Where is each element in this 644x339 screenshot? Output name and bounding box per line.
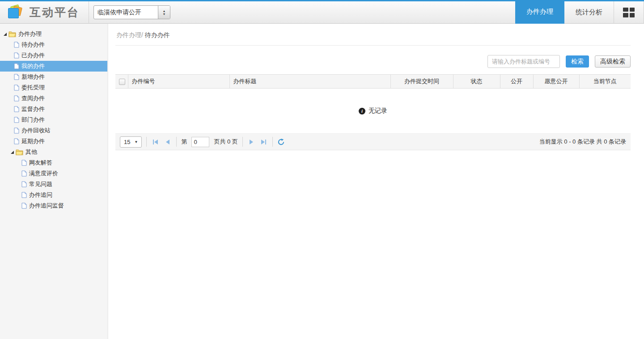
header-divider (614, 1, 614, 24)
tree-item-label: 延期办件 (21, 137, 45, 145)
app-header: 互动平台 临淄依申请公开 ▲ ▼ 办件办理 统计分析 (0, 0, 644, 24)
tree-item[interactable]: 新增办件 (0, 72, 107, 82)
column-header[interactable]: 办件标题 (229, 75, 390, 89)
cases-table: 办件编号办件标题办件提交时间状态公开愿意公开当前节点 (115, 74, 631, 89)
document-icon (14, 117, 19, 123)
page-label-suffix: 页共 0 页 (214, 138, 237, 146)
main-content: 办件办理/ 待办办件 检索 高级检索 办件编号办件标题办件提交时间状态公开愿意公… (108, 24, 644, 339)
logo-blue-square (8, 8, 19, 18)
page-size-value: 15 (124, 139, 130, 145)
document-icon (14, 138, 19, 144)
document-icon (14, 127, 19, 134)
tree-item-label: 办件回收站 (21, 127, 51, 135)
breadcrumb: 办件办理/ 待办办件 (115, 24, 631, 46)
tree-item[interactable]: 待办办件 (0, 39, 107, 50)
pager-divider (176, 137, 177, 147)
document-icon (14, 63, 19, 69)
document-icon (14, 52, 19, 59)
pager-divider (146, 137, 147, 147)
last-page-button[interactable] (260, 138, 268, 146)
breadcrumb-parent[interactable]: 办件办理/ (116, 31, 143, 38)
folder-open-icon (16, 149, 23, 155)
page-size-select[interactable]: 15 ▼ (120, 136, 142, 148)
document-icon (14, 74, 19, 80)
tree-item[interactable]: 委托受理 (0, 82, 107, 93)
document-icon (21, 170, 27, 177)
first-page-button[interactable] (151, 138, 159, 146)
refresh-icon[interactable] (277, 138, 285, 146)
spinner-down-icon: ▼ (163, 13, 166, 16)
column-header[interactable]: 办件编号 (128, 75, 229, 89)
org-select[interactable]: 临淄依申请公开 ▲ ▼ (93, 5, 170, 19)
expander-triangle-icon[interactable] (4, 33, 7, 36)
tree-item-label: 我的办件 (21, 62, 45, 70)
document-icon (14, 42, 19, 48)
tree-item[interactable]: 已办办件 (0, 50, 107, 61)
tree-item-label: 办件追问 (29, 191, 52, 199)
table-header-row: 办件编号办件标题办件提交时间状态公开愿意公开当前节点 (115, 75, 631, 89)
tree-item[interactable]: 常见问题 (0, 179, 107, 190)
tree-folder[interactable]: 其他 (0, 147, 107, 157)
tree-folder-label: 办件办理 (18, 30, 42, 38)
header-divider (89, 1, 89, 24)
search-button[interactable]: 检索 (566, 55, 589, 68)
expander-triangle-icon[interactable] (11, 151, 14, 154)
tree-item[interactable]: 延期办件 (0, 136, 107, 147)
sidebar-tree: 办件办理待办办件已办办件我的办件新增办件委托受理查阅办件监督办件部门办件办件回收… (0, 24, 108, 339)
breadcrumb-current: 待办办件 (145, 31, 170, 38)
next-page-button[interactable] (247, 138, 255, 146)
records-summary: 当前显示 0 - 0 条记录 共 0 条记录 (539, 138, 626, 146)
spinner-up-icon: ▲ (163, 9, 166, 13)
column-header[interactable]: 愿意公开 (533, 75, 579, 89)
document-icon (14, 106, 19, 112)
tree-item[interactable]: 网友解答 (0, 157, 107, 168)
empty-state: i 无记录 (115, 89, 631, 133)
app-title: 互动平台 (30, 5, 80, 20)
document-icon (21, 160, 27, 166)
tree-folder[interactable]: 办件办理 (0, 29, 107, 39)
combo-spinner-icon[interactable]: ▲ ▼ (158, 6, 170, 19)
tree-item-label: 待办办件 (21, 41, 45, 49)
tree-item[interactable]: 监督办件 (0, 104, 107, 114)
tree-item[interactable]: 办件追问监督 (0, 200, 107, 211)
page-number-input[interactable] (191, 137, 209, 147)
tree-item-label: 部门办件 (21, 116, 45, 124)
tree-item-label: 查阅办件 (21, 94, 45, 102)
tree-item-label: 网友解答 (29, 159, 52, 167)
tree-item-label: 办件追问监督 (29, 202, 64, 210)
org-select-value[interactable]: 临淄依申请公开 (94, 6, 158, 19)
column-header[interactable]: 状态 (453, 75, 500, 89)
select-all-checkbox[interactable] (119, 79, 125, 85)
search-input[interactable] (487, 55, 560, 68)
tab-case-handling[interactable]: 办件办理 (515, 0, 564, 24)
page-label-prefix: 第 (181, 138, 187, 146)
tree-item[interactable]: 办件追问 (0, 190, 107, 200)
tab-statistics[interactable]: 统计分析 (564, 1, 614, 24)
tree-item-label: 新增办件 (21, 73, 45, 81)
info-icon: i (359, 108, 365, 114)
header-right: 办件办理 统计分析 (515, 1, 644, 24)
document-icon (21, 203, 27, 209)
tree-item[interactable]: 办件回收站 (0, 125, 107, 136)
pagination-bar: 15 ▼ 第 页共 0 页 当前显 (115, 133, 631, 150)
select-all-column (115, 75, 128, 89)
tree-item-label: 满意度评价 (29, 170, 58, 178)
document-icon (21, 192, 27, 198)
document-icon (14, 95, 19, 102)
apps-grid-icon[interactable] (623, 8, 635, 17)
column-header[interactable]: 当前节点 (579, 75, 631, 89)
column-header[interactable]: 办件提交时间 (390, 75, 453, 89)
tree-item[interactable]: 我的办件 (0, 61, 107, 72)
tree-item[interactable]: 满意度评价 (0, 168, 107, 179)
advanced-search-button[interactable]: 高级检索 (595, 55, 631, 68)
tree-item[interactable]: 部门办件 (0, 114, 107, 125)
document-icon (14, 85, 19, 91)
prev-page-button[interactable] (164, 138, 172, 146)
document-icon (21, 181, 27, 187)
pager-divider (272, 137, 273, 147)
caret-down-icon: ▼ (134, 140, 138, 144)
tree-item[interactable]: 查阅办件 (0, 93, 107, 104)
column-header[interactable]: 公开 (500, 75, 533, 89)
tree-item-label: 常见问题 (29, 180, 52, 188)
empty-state-text: 无记录 (369, 107, 387, 115)
